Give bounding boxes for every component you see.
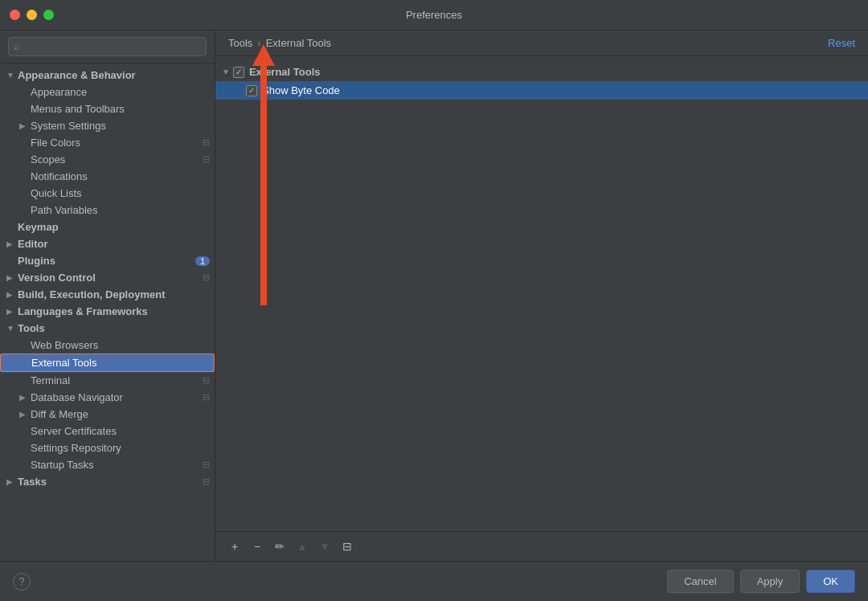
sidebar-item-path-variables[interactable]: Path Variables bbox=[0, 202, 215, 219]
breadcrumb-external-tools: External Tools bbox=[266, 37, 331, 49]
sidebar-tree: Appearance & BehaviorAppearanceMenus and… bbox=[0, 63, 215, 561]
sidebar-item-label: Diff & Merge bbox=[31, 408, 215, 420]
arrow-icon bbox=[6, 239, 16, 248]
sidebar-item-settings-repository[interactable]: Settings Repository bbox=[0, 440, 215, 456]
move-up-button[interactable]: ▲ bbox=[293, 537, 312, 556]
sidebar-item-keymap[interactable]: Keymap bbox=[0, 219, 215, 235]
reset-button[interactable]: Reset bbox=[828, 37, 855, 49]
sidebar-item-system-settings[interactable]: System Settings bbox=[0, 117, 215, 134]
sidebar-item-server-certificates[interactable]: Server Certificates bbox=[0, 423, 215, 440]
sidebar-item-quick-lists[interactable]: Quick Lists bbox=[0, 185, 215, 202]
sidebar-item-label: Server Certificates bbox=[31, 425, 215, 437]
copy-icon: ⊟ bbox=[203, 137, 210, 148]
sidebar-item-label: Keymap bbox=[18, 221, 215, 233]
breadcrumb: Tools › External Tools bbox=[228, 37, 331, 49]
copy-icon: ⊟ bbox=[203, 460, 210, 470]
sidebar-item-label: Languages & Frameworks bbox=[18, 305, 215, 317]
arrow-icon bbox=[6, 324, 16, 333]
breadcrumb-separator: › bbox=[257, 37, 260, 49]
sidebar-item-label: Plugins bbox=[18, 255, 195, 267]
sidebar-item-label: Startup Tasks bbox=[31, 459, 203, 471]
preferences-window: Preferences ⌕ Appearance & BehaviorAppea… bbox=[0, 0, 868, 601]
sidebar-item-notifications[interactable]: Notifications bbox=[0, 168, 215, 185]
panel-toolbar: + − ✏ ▲ ▼ ⊟ bbox=[215, 531, 868, 561]
dialog-footer: ? Cancel Apply OK bbox=[0, 561, 868, 601]
arrow-icon bbox=[6, 273, 16, 282]
arrow-icon bbox=[6, 307, 16, 316]
sidebar-item-version-control[interactable]: Version Control⊟ bbox=[0, 269, 215, 286]
sidebar-item-label: Editor bbox=[18, 238, 215, 250]
sidebar-item-editor[interactable]: Editor bbox=[0, 235, 215, 252]
sidebar-item-database-navigator[interactable]: Database Navigator⊟ bbox=[0, 389, 215, 406]
help-button[interactable]: ? bbox=[13, 573, 31, 591]
window-title: Preferences bbox=[406, 9, 462, 21]
sidebar-item-plugins[interactable]: Plugins1 bbox=[0, 252, 215, 269]
search-wrapper: ⌕ bbox=[8, 37, 207, 56]
tool-item-label: External Tools bbox=[249, 66, 321, 78]
tool-item-label: Show Byte Code bbox=[262, 84, 340, 96]
copy-button[interactable]: ⊟ bbox=[338, 537, 357, 556]
sidebar-item-web-browsers[interactable]: Web Browsers bbox=[0, 337, 215, 354]
move-down-button[interactable]: ▼ bbox=[315, 537, 334, 556]
sidebar-item-external-tools[interactable]: External Tools bbox=[0, 354, 215, 372]
sidebar-item-scopes[interactable]: Scopes⊟ bbox=[0, 151, 215, 168]
edit-button[interactable]: ✏ bbox=[270, 537, 289, 556]
remove-button[interactable]: − bbox=[248, 537, 267, 556]
search-input[interactable] bbox=[8, 37, 207, 56]
sidebar-item-label: Database Navigator bbox=[31, 391, 203, 403]
maximize-button[interactable] bbox=[43, 10, 54, 20]
sidebar-item-label: Build, Execution, Deployment bbox=[18, 288, 215, 300]
sidebar-item-label: Version Control bbox=[18, 272, 203, 284]
breadcrumb-tools: Tools bbox=[228, 37, 252, 49]
copy-icon: ⊟ bbox=[203, 476, 210, 487]
copy-icon: ⊟ bbox=[203, 375, 210, 386]
sidebar-item-label: Web Browsers bbox=[31, 339, 215, 351]
sidebar-item-label: Tools bbox=[18, 322, 215, 334]
arrow-icon bbox=[19, 410, 29, 419]
sidebar-item-terminal[interactable]: Terminal⊟ bbox=[0, 372, 215, 389]
sidebar-item-languages-frameworks[interactable]: Languages & Frameworks bbox=[0, 303, 215, 320]
cancel-button[interactable]: Cancel bbox=[667, 570, 733, 593]
arrow-icon bbox=[6, 477, 16, 486]
search-icon: ⌕ bbox=[14, 41, 19, 52]
sidebar-item-label: Appearance bbox=[31, 86, 215, 98]
arrow-icon bbox=[6, 71, 16, 80]
arrow-icon bbox=[6, 290, 16, 299]
apply-button[interactable]: Apply bbox=[740, 570, 800, 593]
sidebar-item-appearance-behavior[interactable]: Appearance & Behavior bbox=[0, 67, 215, 84]
sidebar-item-label: Scopes bbox=[31, 153, 203, 166]
title-bar: Preferences bbox=[0, 0, 868, 31]
right-panel: Tools › External Tools Reset ▼External T… bbox=[215, 31, 868, 561]
search-box: ⌕ bbox=[0, 31, 215, 63]
tool-tree-item-external-tools-group[interactable]: ▼External Tools bbox=[215, 63, 868, 81]
sidebar: ⌕ Appearance & BehaviorAppearanceMenus a… bbox=[0, 31, 215, 561]
main-content: ⌕ Appearance & BehaviorAppearanceMenus a… bbox=[0, 31, 868, 561]
sidebar-item-label: Quick Lists bbox=[31, 187, 215, 199]
badge: 1 bbox=[195, 256, 210, 266]
ok-button[interactable]: OK bbox=[806, 570, 855, 593]
close-button[interactable] bbox=[10, 10, 20, 20]
sidebar-item-label: Appearance & Behavior bbox=[18, 69, 215, 81]
copy-icon: ⊟ bbox=[203, 154, 210, 165]
sidebar-item-build-execution[interactable]: Build, Execution, Deployment bbox=[0, 286, 215, 303]
sidebar-item-label: Terminal bbox=[31, 374, 203, 386]
sidebar-item-label: File Colors bbox=[31, 137, 203, 149]
sidebar-item-label: Settings Repository bbox=[31, 442, 215, 454]
sidebar-item-menus-toolbars[interactable]: Menus and Toolbars bbox=[0, 100, 215, 117]
minimize-button[interactable] bbox=[27, 10, 37, 20]
panel-header: Tools › External Tools Reset bbox=[215, 31, 868, 56]
sidebar-item-tools[interactable]: Tools bbox=[0, 320, 215, 337]
sidebar-item-diff-merge[interactable]: Diff & Merge bbox=[0, 406, 215, 423]
sidebar-item-tasks[interactable]: Tasks⊟ bbox=[0, 473, 215, 490]
traffic-lights bbox=[10, 10, 54, 20]
sidebar-item-label: External Tools bbox=[31, 357, 214, 369]
arrow-icon bbox=[19, 393, 29, 402]
add-button[interactable]: + bbox=[225, 537, 244, 556]
sidebar-item-startup-tasks[interactable]: Startup Tasks⊟ bbox=[0, 456, 215, 473]
checkbox-external-tools-group[interactable] bbox=[233, 67, 244, 78]
sidebar-item-label: Notifications bbox=[31, 170, 215, 182]
checkbox-show-byte-code[interactable] bbox=[246, 85, 257, 96]
tool-tree-item-show-byte-code[interactable]: Show Byte Code bbox=[215, 81, 868, 100]
sidebar-item-appearance[interactable]: Appearance bbox=[0, 84, 215, 100]
sidebar-item-file-colors[interactable]: File Colors⊟ bbox=[0, 134, 215, 151]
